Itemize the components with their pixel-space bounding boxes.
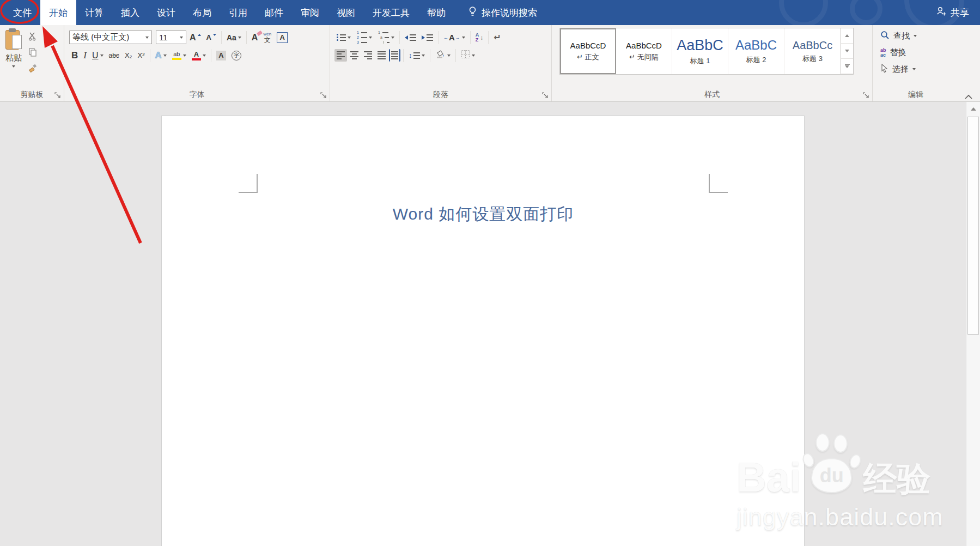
tab-layout[interactable]: 布局: [184, 0, 220, 25]
tab-review[interactable]: 审阅: [292, 0, 328, 25]
font-size-combobox[interactable]: 11: [156, 31, 186, 44]
tell-me-search[interactable]: 操作说明搜索: [468, 0, 537, 25]
font-color-button[interactable]: A: [190, 50, 208, 62]
distribute-button[interactable]: [389, 49, 400, 62]
strikethrough-button[interactable]: abc: [107, 51, 121, 60]
paragraph-dialog-launcher[interactable]: [542, 92, 549, 99]
style-normal[interactable]: AaBbCcD ↵ 正文: [560, 28, 616, 74]
search-icon: [880, 31, 890, 41]
align-right-button[interactable]: [362, 49, 374, 62]
separator: [403, 49, 404, 62]
tab-developer-label: 开发工具: [373, 7, 410, 19]
margin-corner-mark-left: [239, 174, 258, 193]
text-effects-icon: A: [155, 50, 162, 61]
clipboard-dialog-launcher[interactable]: [54, 92, 62, 99]
underline-caret: [100, 54, 104, 57]
show-hide-marks-button[interactable]: ↵: [491, 32, 503, 43]
italic-button[interactable]: I: [81, 49, 89, 62]
group-editing: 查找 ab ac 替换 选择 编辑: [873, 25, 959, 101]
shrink-font-arrow: [213, 34, 216, 36]
separator: [438, 31, 439, 44]
tab-view[interactable]: 视图: [328, 0, 364, 25]
enclose-characters-button[interactable]: 字: [229, 50, 244, 62]
styles-scroll-down-button[interactable]: [841, 44, 853, 59]
font-family-caret: [145, 37, 149, 39]
styles-dialog-launcher[interactable]: [863, 92, 870, 99]
superscript-button[interactable]: X²: [136, 50, 147, 60]
phonetic-guide-button[interactable]: wén 文: [261, 31, 273, 44]
style-heading-2[interactable]: AaBbC 标题 2: [728, 28, 784, 74]
separator: [399, 31, 400, 44]
tab-insert[interactable]: 插入: [112, 0, 148, 25]
font-dialog-launcher[interactable]: [320, 92, 327, 99]
increase-indent-icon: [422, 34, 433, 41]
tab-home[interactable]: 开始: [40, 0, 76, 25]
tab-references[interactable]: 引用: [220, 0, 256, 25]
clear-formatting-button[interactable]: A: [249, 32, 260, 43]
format-painter-button[interactable]: [28, 64, 37, 75]
font-family-combobox[interactable]: 等线 (中文正文): [69, 31, 152, 44]
paste-button[interactable]: 粘贴: [5, 30, 22, 75]
bold-button[interactable]: B: [69, 49, 80, 62]
find-button[interactable]: 查找: [880, 31, 959, 41]
style-no-spacing[interactable]: AaBbCcD ↵ 无间隔: [616, 28, 672, 74]
baidu-paw-logo: du: [803, 433, 861, 495]
style-name: ↵ 无间隔: [629, 52, 659, 62]
select-caret: [912, 68, 916, 70]
highlight-color-icon: ab: [172, 51, 181, 60]
superscript-icon: X²: [138, 51, 145, 59]
tab-calc[interactable]: 计算: [76, 0, 112, 25]
text-effects-button[interactable]: A: [153, 49, 169, 62]
decrease-indent-button[interactable]: [403, 33, 418, 42]
highlight-color-button[interactable]: ab: [170, 50, 188, 61]
style-sample: AaBbC: [677, 37, 723, 54]
style-heading-3[interactable]: AaBbCc 标题 3: [784, 28, 841, 74]
margin-corner-mark-right: [709, 174, 728, 193]
vertical-scrollbar[interactable]: [966, 102, 980, 546]
tab-file[interactable]: 文件: [4, 0, 40, 25]
replace-button[interactable]: ab ac 替换: [880, 47, 959, 58]
grow-font-button[interactable]: A: [187, 32, 203, 43]
character-border-button[interactable]: A: [275, 31, 290, 44]
asian-layout-button[interactable]: ← A →: [441, 32, 467, 43]
font-size-caret: [180, 37, 183, 39]
subscript-button[interactable]: X₂: [123, 50, 135, 60]
collapse-ribbon-button[interactable]: [964, 92, 973, 98]
find-caret: [914, 35, 917, 37]
style-heading-1[interactable]: AaBbC 标题 1: [672, 28, 728, 74]
document-title-text[interactable]: Word 如何设置双面打印: [258, 203, 709, 226]
numbering-button[interactable]: 1 2 3: [354, 29, 374, 45]
scrollbar-thumb[interactable]: [967, 117, 979, 335]
justify-button[interactable]: [375, 49, 388, 62]
line-spacing-button[interactable]: ↕: [406, 50, 427, 60]
multilevel-list-button[interactable]: 1 a i: [375, 29, 397, 45]
paste-dropdown-caret[interactable]: [12, 65, 15, 68]
bullets-button[interactable]: [334, 33, 353, 42]
sort-button[interactable]: AZ ↓: [473, 32, 486, 44]
character-shading-button[interactable]: A: [214, 50, 228, 62]
shrink-font-button[interactable]: A: [204, 33, 218, 43]
borders-button[interactable]: [459, 48, 477, 62]
align-left-button[interactable]: [334, 49, 347, 62]
tab-developer[interactable]: 开发工具: [364, 0, 418, 25]
tab-design[interactable]: 设计: [148, 0, 184, 25]
document-page[interactable]: Word 如何设置双面打印: [161, 116, 805, 546]
copy-button[interactable]: [28, 48, 37, 59]
tab-help[interactable]: 帮助: [418, 0, 454, 25]
select-label: 选择: [892, 64, 909, 75]
tab-mailings[interactable]: 邮件: [256, 0, 292, 25]
cut-button[interactable]: [28, 32, 37, 43]
select-button[interactable]: 选择: [880, 64, 959, 75]
scrollbar-up-button[interactable]: [966, 102, 980, 116]
italic-icon: I: [83, 50, 87, 61]
watermark-du-text: du: [820, 464, 844, 487]
increase-indent-button[interactable]: [419, 33, 435, 42]
styles-scroll-up-button[interactable]: [841, 28, 853, 44]
font-group-label: 字体: [64, 90, 330, 100]
replace-label: 替换: [890, 47, 906, 58]
underline-button[interactable]: U: [90, 50, 106, 62]
change-case-button[interactable]: Aa: [224, 33, 244, 43]
shading-button[interactable]: [433, 48, 453, 62]
align-center-button[interactable]: [348, 49, 361, 62]
styles-more-button[interactable]: [841, 59, 853, 74]
